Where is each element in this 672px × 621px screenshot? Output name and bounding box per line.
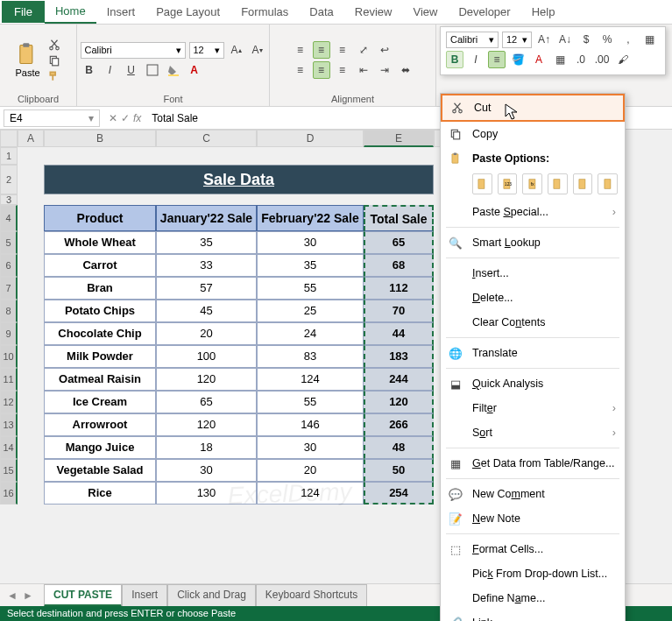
cell-feb-4[interactable]: 24 (257, 322, 364, 345)
tab-developer[interactable]: Developer (448, 1, 520, 23)
paste-option-transpose[interactable] (548, 173, 568, 194)
row-header-5[interactable]: 5 (0, 231, 18, 254)
row-header-7[interactable]: 7 (0, 277, 18, 300)
header-february[interactable]: February'22 Sale (257, 205, 364, 231)
row-header-13[interactable]: 13 (0, 413, 18, 436)
cell-feb-10[interactable]: 20 (257, 459, 364, 482)
cell-feb-8[interactable]: 146 (257, 413, 364, 436)
cell-a7[interactable] (18, 277, 44, 300)
row-header-15[interactable]: 15 (0, 459, 18, 482)
cell-a13[interactable] (18, 413, 44, 436)
paste-option-formatting[interactable] (573, 173, 593, 194)
col-header-C[interactable]: C (156, 130, 257, 147)
mini-font-name[interactable]: Calibri▾ (446, 32, 499, 48)
tab-view[interactable]: View (402, 1, 448, 23)
merge-icon[interactable]: ⬌ (397, 61, 414, 79)
cell-total-3[interactable]: 70 (364, 300, 434, 322)
tab-page-layout[interactable]: Page Layout (145, 1, 230, 23)
sheet-tab-keyboard-shortcuts[interactable]: Keyboard Shortcuts (256, 584, 367, 607)
mini-inc-decimal-icon[interactable]: .00 (593, 51, 611, 68)
mini-italic-button[interactable]: I (467, 51, 485, 68)
tab-formulas[interactable]: Formulas (230, 1, 299, 23)
row-header-3[interactable]: 3 (0, 194, 18, 205)
cell-total-8[interactable]: 266 (364, 413, 434, 436)
decrease-indent-icon[interactable]: ⇤ (355, 61, 372, 79)
orientation-icon[interactable]: ⤢ (355, 41, 372, 59)
cell-jan-1[interactable]: 33 (156, 254, 257, 277)
mini-currency-icon[interactable]: $ (577, 31, 595, 48)
mini-align-center-icon[interactable]: ≡ (488, 51, 506, 68)
mini-border-icon[interactable]: ▦ (551, 51, 569, 68)
format-painter-icon[interactable] (47, 70, 61, 82)
cell-feb-7[interactable]: 55 (257, 391, 364, 413)
align-top-icon[interactable]: ≡ (292, 41, 309, 59)
copy-icon[interactable] (47, 54, 61, 67)
paste-option-values[interactable]: 123 (498, 173, 518, 194)
row-header-4[interactable]: 4 (0, 205, 18, 231)
cell-a9[interactable] (18, 322, 44, 345)
align-left-icon[interactable]: ≡ (292, 61, 309, 79)
cell-a15[interactable] (18, 459, 44, 482)
cell-a5[interactable] (18, 231, 44, 254)
cell-jan-0[interactable]: 35 (156, 231, 257, 254)
cell-a6[interactable] (18, 254, 44, 277)
tab-file[interactable]: File (2, 1, 45, 23)
sheet-nav-next-icon[interactable]: ► (23, 589, 33, 602)
row-header-9[interactable]: 9 (0, 322, 18, 345)
font-size-select[interactable]: 12▾ (189, 42, 224, 59)
col-header-A[interactable]: A (18, 130, 44, 147)
cell-product-1[interactable]: Carrot (44, 254, 156, 277)
ctx-quick-analysis[interactable]: ⬓Quick Analysis (441, 371, 625, 396)
col-header-D[interactable]: D (257, 130, 364, 147)
cell-a4[interactable] (18, 205, 44, 231)
tab-data[interactable]: Data (299, 1, 343, 23)
ctx-new-comment[interactable]: 💬New Comment (441, 482, 625, 506)
header-product[interactable]: Product (44, 205, 156, 231)
cell-total-1[interactable]: 68 (364, 254, 434, 277)
header-total[interactable]: Total Sale (364, 205, 434, 231)
mini-bold-button[interactable]: B (446, 51, 463, 68)
ctx-new-note[interactable]: 📝New Note (441, 506, 625, 531)
sheet-tab-cut-paste[interactable]: CUT PASTE (44, 584, 122, 607)
mini-increase-font-icon[interactable]: A↑ (535, 31, 553, 48)
mini-format-icon[interactable]: ▦ (640, 31, 658, 48)
cell-product-11[interactable]: Rice (44, 482, 156, 505)
row-header-11[interactable]: 11 (0, 368, 18, 391)
mini-font-color-icon[interactable]: A (530, 51, 548, 68)
cell-total-11[interactable]: 254 (364, 482, 434, 505)
cell-jan-10[interactable]: 30 (156, 459, 257, 482)
cell-total-9[interactable]: 48 (364, 436, 434, 459)
row-header-6[interactable]: 6 (0, 254, 18, 277)
cell-product-5[interactable]: Milk Powder (44, 345, 156, 368)
cell-a12[interactable] (18, 391, 44, 413)
name-box[interactable]: E4▾ (4, 109, 100, 127)
row-header-2[interactable]: 2 (0, 165, 18, 194)
cell-product-4[interactable]: Chocolate Chip (44, 322, 156, 345)
cell-a2[interactable] (18, 165, 44, 194)
ctx-filter[interactable]: Filter› (441, 396, 625, 420)
row-header-14[interactable]: 14 (0, 436, 18, 459)
ctx-clear[interactable]: Clear Contents (441, 310, 625, 335)
cell-blank[interactable] (18, 147, 460, 165)
mini-percent-icon[interactable]: % (598, 31, 616, 48)
mini-font-size[interactable]: 12▾ (502, 32, 532, 48)
font-color-button[interactable]: A (186, 61, 203, 79)
enter-icon[interactable]: ✓ (121, 112, 130, 124)
cell-jan-6[interactable]: 120 (156, 368, 257, 391)
row-header-16[interactable]: 16 (0, 482, 18, 505)
cell-jan-11[interactable]: 130 (156, 482, 257, 505)
cell-product-0[interactable]: Whole Wheat (44, 231, 156, 254)
ctx-insert[interactable]: Insert... (441, 261, 625, 286)
ctx-link[interactable]: 🔗Link› (441, 610, 625, 621)
wrap-text-icon[interactable]: ↩ (376, 41, 393, 59)
ctx-format-cells[interactable]: ⬚Format Cells... (441, 537, 625, 561)
cell-a10[interactable] (18, 345, 44, 368)
row-header-10[interactable]: 10 (0, 345, 18, 368)
cell-jan-3[interactable]: 45 (156, 300, 257, 322)
paste-icon[interactable] (15, 42, 39, 67)
increase-indent-icon[interactable]: ⇥ (376, 61, 393, 79)
tab-home[interactable]: Home (45, 0, 96, 24)
cell-jan-9[interactable]: 18 (156, 436, 257, 459)
paste-option-link[interactable] (598, 173, 618, 194)
border-button[interactable] (144, 61, 161, 79)
